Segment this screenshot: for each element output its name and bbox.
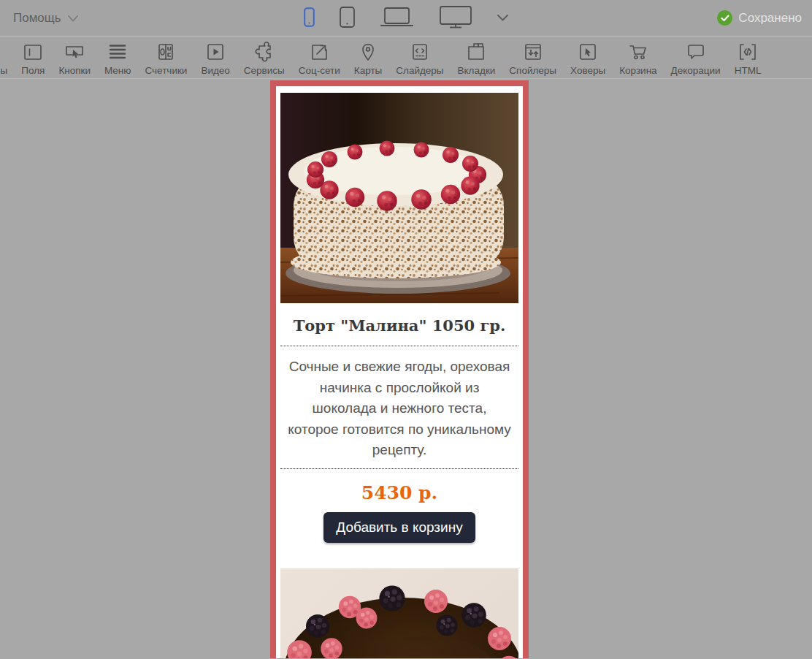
toolbar-item-social[interactable]: Соц-сети	[299, 41, 340, 76]
product-description: Сочные и свежие ягоды, ореховая начинка …	[288, 357, 511, 461]
tabs-icon	[465, 41, 487, 63]
toolbar-item-html[interactable]: HTML	[735, 41, 762, 76]
mobile-device-button[interactable]	[304, 7, 315, 29]
product-image-chocolate-cake	[280, 568, 518, 659]
counters-icon	[155, 41, 177, 63]
toolbar-item-tabs[interactable]: Вкладки	[458, 41, 496, 76]
sliders-icon	[409, 41, 431, 63]
saved-check-icon	[717, 10, 732, 26]
html-icon	[737, 41, 759, 63]
toolbar-item-label: Слайдеры	[396, 65, 443, 76]
toolbar-item-decorations[interactable]: Декорации	[671, 41, 721, 76]
save-status: Сохранено	[717, 10, 802, 26]
services-icon	[253, 41, 275, 63]
toolbar-item-label: Вкладки	[458, 65, 496, 76]
decorations-icon	[685, 41, 707, 63]
toolbar-item-forms[interactable]: Формы	[0, 41, 7, 76]
toolbar-item-label: Ховеры	[570, 65, 605, 76]
maps-icon	[357, 41, 379, 63]
social-icon	[308, 41, 330, 63]
mobile-preview-frame[interactable]: Торт "Малина" 1050 гр. Сочные и свежие я…	[270, 80, 529, 658]
toolbar-item-spoilers[interactable]: Спойлеры	[509, 41, 556, 76]
saved-label: Сохранено	[738, 11, 802, 26]
cart-icon	[627, 41, 649, 63]
toolbar-item-label: Декорации	[671, 65, 721, 76]
top-bar: Помощь	[0, 0, 812, 37]
toolbar-item-label: Соц-сети	[299, 65, 340, 76]
toolbar-item-label: Формы	[0, 65, 7, 76]
laptop-icon	[380, 7, 414, 29]
product-title: Торт "Малина" 1050 гр.	[276, 314, 523, 338]
phone-icon	[304, 7, 315, 29]
toolbar-item-label: Корзина	[619, 65, 656, 76]
toolbar-item-label: Меню	[104, 65, 131, 76]
product-price: 5430 р.	[276, 481, 523, 506]
toolbar-item-fields[interactable]: Поля	[21, 41, 45, 76]
desktop-device-button[interactable]	[439, 5, 472, 31]
toolbar-item-buttons[interactable]: Кнопки	[58, 41, 91, 76]
hovers-icon	[577, 41, 599, 63]
help-menu[interactable]: Помощь	[13, 11, 78, 26]
add-to-cart-row: Добавить в корзину	[276, 512, 523, 543]
desktop-icon	[439, 5, 472, 31]
dotted-divider	[280, 468, 518, 469]
toolbar-item-services[interactable]: Сервисы	[244, 41, 285, 76]
video-icon	[204, 41, 226, 63]
forms-icon	[0, 41, 2, 63]
product-image-raspberry-cake	[280, 93, 518, 306]
tablet-device-button[interactable]	[340, 7, 355, 30]
toolbar-item-menu[interactable]: Меню	[104, 41, 131, 76]
tablet-icon	[340, 7, 355, 30]
add-to-cart-button[interactable]: Добавить в корзину	[323, 512, 475, 543]
toolbar-item-sliders[interactable]: Слайдеры	[396, 41, 443, 76]
toolbar-item-cart[interactable]: Корзина	[619, 41, 656, 76]
chevron-down-icon	[497, 12, 508, 23]
toolbar-item-label: Счетчики	[145, 65, 187, 76]
help-label: Помощь	[13, 11, 61, 26]
toolbar-item-counters[interactable]: Счетчики	[145, 41, 187, 76]
widget-toolbar: Формы Поля Кнопки Меню Счетчики Видео	[0, 37, 812, 79]
toolbar-item-label: Видео	[201, 65, 229, 76]
menu-icon	[107, 41, 129, 63]
fields-icon	[22, 41, 44, 63]
spoilers-icon	[522, 41, 544, 63]
dotted-divider	[280, 346, 518, 346]
toolbar-item-label: Сервисы	[244, 65, 285, 76]
device-switcher-expand-button[interactable]	[497, 12, 508, 23]
toolbar-item-video[interactable]: Видео	[201, 41, 229, 76]
toolbar-item-maps[interactable]: Карты	[354, 41, 382, 76]
laptop-device-button[interactable]	[380, 7, 414, 29]
toolbar-item-label: Кнопки	[58, 65, 91, 76]
toolbar-item-label: Поля	[21, 65, 45, 76]
toolbar-item-hovers[interactable]: Ховеры	[570, 41, 605, 76]
toolbar-item-label: Спойлеры	[509, 65, 556, 76]
editor-canvas: Торт "Малина" 1050 гр. Сочные и свежие я…	[0, 79, 812, 658]
buttons-icon	[64, 41, 85, 63]
toolbar-item-label: HTML	[735, 65, 762, 76]
chevron-down-icon	[68, 12, 78, 25]
device-switcher	[304, 5, 508, 31]
toolbar-item-label: Карты	[354, 65, 382, 76]
